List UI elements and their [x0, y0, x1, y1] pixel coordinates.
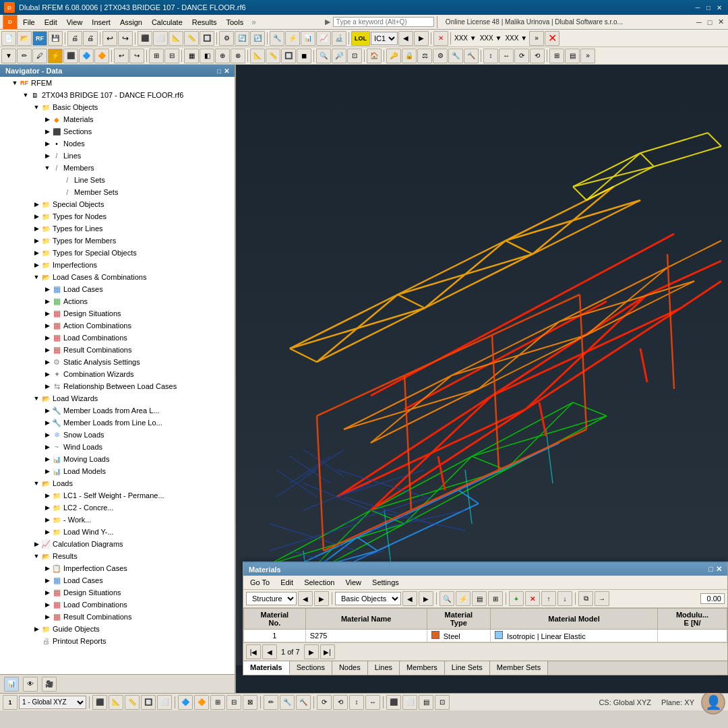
panel-add-btn[interactable]: +	[509, 591, 524, 606]
tb2-7[interactable]: 🔶	[94, 49, 109, 63]
close-btn2[interactable]: ✕	[716, 18, 725, 27]
toggle-imp-cases[interactable]: ▶	[43, 564, 51, 572]
tb7[interactable]: 🔲	[200, 31, 214, 46]
tb15[interactable]: 🔬	[332, 31, 346, 46]
tb2-19[interactable]: ◼	[297, 49, 311, 63]
tb2-21[interactable]: 🔎	[332, 49, 346, 63]
tree-item-lines[interactable]: ▶ / Lines	[0, 150, 235, 162]
tb2-15[interactable]: ⊗	[231, 49, 245, 63]
table-row[interactable]: 1 S275 Steel Isotropic | Linear Elastic	[244, 630, 727, 642]
panel-menu-selection[interactable]: Selection	[300, 577, 338, 588]
bot-tb19[interactable]: ⬛	[386, 695, 401, 710]
bot-tb10[interactable]: ⊟	[226, 695, 241, 710]
tb10[interactable]: 🔃	[250, 31, 265, 46]
panel-search-btn[interactable]: 🔍	[439, 591, 454, 606]
rfem-btn[interactable]: RF	[32, 31, 47, 46]
bot-tb12[interactable]: ✏	[264, 695, 278, 710]
panel-col-btn[interactable]: ⊞	[488, 591, 503, 606]
bot-tb22[interactable]: ⊡	[435, 695, 450, 710]
tb2-10[interactable]: ⊞	[149, 49, 164, 63]
tb2-32[interactable]: ⟳	[514, 49, 529, 63]
tree-item-materials[interactable]: ▶ ◆ Materials	[0, 113, 235, 125]
tree-item-work[interactable]: ▶ 📁 - Work...	[0, 514, 235, 526]
toggle-nodes[interactable]: ▶	[43, 140, 51, 148]
tree-item-res-design-sit[interactable]: ▶ ▦ Design Situations	[0, 586, 235, 599]
tab-members[interactable]: Members	[400, 661, 445, 675]
tb2-13[interactable]: ◧	[200, 49, 214, 63]
close-button[interactable]: ✕	[715, 3, 724, 12]
panel-prev-btn[interactable]: ◀	[298, 591, 313, 606]
toggle-load-combinations[interactable]: ▶	[43, 334, 51, 342]
viewport[interactable]: Materials □ ✕ Go To Edit Selection View …	[236, 65, 728, 693]
tree-item-lc2[interactable]: ▶ 📁 LC2 - Concre...	[0, 502, 235, 514]
toggle-guide[interactable]: ▶	[32, 625, 40, 633]
nav-close-btn[interactable]: ✕	[224, 67, 229, 75]
tree-item-imperfection-cases[interactable]: ▶ 📋 Imperfection Cases	[0, 562, 235, 574]
tree-item-relationship[interactable]: ▶ ⇆ Relationship Between Load Cases	[0, 380, 235, 392]
bot-tb4[interactable]: 📏	[125, 695, 140, 710]
panel-filter-btn[interactable]: ⚡	[456, 591, 471, 606]
bot-tb20[interactable]: ⬜	[402, 695, 417, 710]
nav-data-btn[interactable]: 📊	[4, 677, 19, 692]
page-last-btn[interactable]: ▶|	[320, 644, 335, 659]
panel-menu-goto[interactable]: Go To	[246, 577, 274, 588]
tree-item-combination-wizards[interactable]: ▶ ✦ Combination Wizards	[0, 368, 235, 380]
tb2-1[interactable]: ▼	[1, 49, 16, 63]
nav-restore-btn[interactable]: □	[217, 67, 221, 75]
toggle-result-comb[interactable]: ▶	[43, 346, 51, 354]
tb2-31[interactable]: ↔	[499, 49, 514, 63]
tree-item-load-cases[interactable]: ▶ ▦ Load Cases	[0, 283, 235, 295]
tb2-35[interactable]: ▤	[565, 49, 580, 63]
tree-item-members[interactable]: ▼ / Members	[0, 162, 235, 174]
tree-item-types-nodes[interactable]: ▶ 📁 Types for Nodes	[0, 210, 235, 222]
prev-ic[interactable]: ◀	[398, 31, 413, 46]
tb13[interactable]: 📊	[301, 31, 315, 46]
restore-btn2[interactable]: □	[705, 18, 715, 27]
tb9[interactable]: 🔄	[235, 31, 249, 46]
tb2-28[interactable]: 🔧	[448, 49, 463, 63]
title-bar-controls[interactable]: ─ □ ✕	[693, 3, 724, 12]
delete-ic[interactable]: ✕	[433, 31, 448, 46]
print-btn[interactable]: 🖨	[67, 31, 82, 46]
bot-tb15[interactable]: ⟳	[317, 695, 332, 710]
toggle-imperfections[interactable]: ▶	[32, 261, 40, 269]
navigator-controls[interactable]: □ ✕	[217, 67, 229, 75]
tree-item-load-cases-comb[interactable]: ▼ 📂 Load Cases & Combinations	[0, 271, 235, 283]
tree-item-calc-diagrams[interactable]: ▶ 📈 Calculation Diagrams	[0, 538, 235, 550]
tree-item-load-combinations[interactable]: ▶ ▦ Load Combinations	[0, 332, 235, 344]
tab-materials[interactable]: Materials	[243, 661, 290, 675]
tree-item-rfem[interactable]: ▼ RF RFEM	[0, 77, 235, 89]
tb2-3[interactable]: 🖊	[32, 49, 47, 63]
tb-extra2[interactable]: ✕	[545, 31, 559, 46]
tb2-6[interactable]: 🔷	[79, 49, 94, 63]
bot-tb13[interactable]: 🔧	[280, 695, 295, 710]
tree-item-load-models[interactable]: ▶ 📊 Load Models	[0, 465, 235, 477]
panel-restore-btn[interactable]: □	[708, 565, 713, 574]
panel-close-btn[interactable]: ✕	[716, 565, 722, 574]
tb2-27[interactable]: ⚙	[433, 49, 448, 63]
menu-results[interactable]: Results	[188, 17, 221, 28]
tb2-4[interactable]: ⚡	[48, 49, 63, 63]
tb2-12[interactable]: ▦	[184, 49, 199, 63]
tab-member-sets[interactable]: Member Sets	[490, 661, 548, 675]
panel-menu-settings[interactable]: Settings	[368, 577, 403, 588]
tb2-17[interactable]: 📏	[266, 49, 280, 63]
panel-obj-next[interactable]: ▶	[419, 591, 433, 606]
tb5[interactable]: 📐	[169, 31, 183, 46]
toggle-load-models[interactable]: ▶	[43, 467, 51, 475]
tb6[interactable]: 📏	[184, 31, 199, 46]
tb2-23[interactable]: 🏠	[367, 49, 382, 63]
toggle-res-rc[interactable]: ▶	[43, 613, 51, 621]
menu-file[interactable]: File	[19, 17, 39, 28]
tb2-2[interactable]: ✏	[17, 49, 32, 63]
new-btn[interactable]: 📄	[1, 31, 16, 46]
save-btn[interactable]: 💾	[48, 31, 63, 46]
tree-item-nodes[interactable]: ▶ • Nodes	[0, 138, 235, 150]
tb2-8[interactable]: ↩	[114, 49, 129, 63]
panel-arrow-btn[interactable]: →	[595, 591, 609, 606]
toggle-res-lc[interactable]: ▶	[43, 576, 51, 584]
toggle-types-nodes[interactable]: ▶	[32, 212, 40, 220]
toggle-lc1[interactable]: ▶	[43, 491, 51, 499]
bot-tb9[interactable]: ⊞	[210, 695, 225, 710]
toggle-comb-wiz[interactable]: ▶	[43, 370, 51, 378]
